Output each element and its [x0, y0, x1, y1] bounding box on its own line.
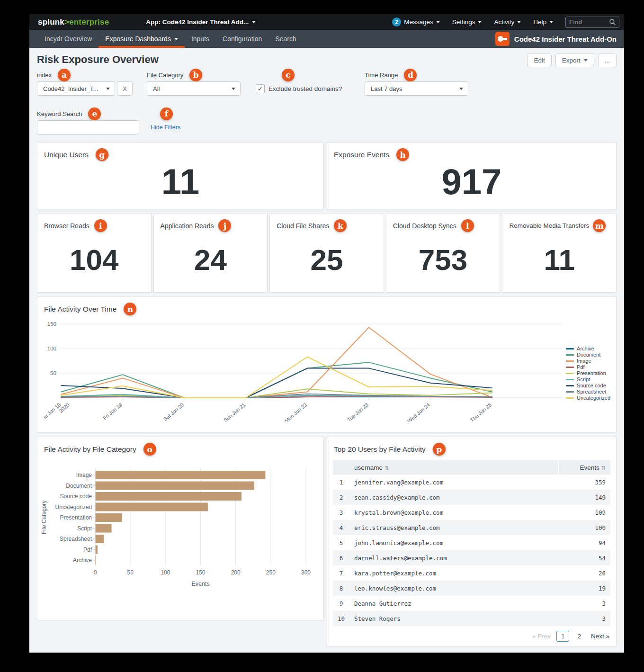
events-cell[interactable]: 26: [558, 565, 610, 581]
legend-item-document[interactable]: Document: [566, 352, 610, 358]
username-column-header[interactable]: username⇅: [349, 460, 558, 475]
filters-bar: indexa Code42_Insider_T... X File Catego…: [37, 68, 617, 134]
rank-cell[interactable]: 1: [333, 475, 349, 490]
username-cell[interactable]: darnell.waters@example.com: [349, 550, 558, 565]
exposure-events-value: 917: [327, 154, 616, 209]
svg-text:Presentation: Presentation: [60, 514, 92, 521]
rank-cell[interactable]: 5: [333, 535, 349, 550]
rank-cell[interactable]: 10: [333, 611, 349, 626]
table-row[interactable]: 4eric.strauss@example.com100: [333, 520, 610, 535]
events-cell[interactable]: 19: [558, 581, 610, 596]
edit-button[interactable]: Edit: [527, 54, 551, 67]
username-cell[interactable]: leo.knowles@example.com: [349, 581, 558, 596]
nav-item-search[interactable]: Search: [268, 30, 303, 48]
find-searchbox[interactable]: [565, 17, 619, 28]
rank-cell[interactable]: 3: [333, 505, 349, 520]
messages-menu[interactable]: 2 Messages: [392, 18, 440, 27]
help-menu[interactable]: Help: [533, 18, 553, 26]
caret-down-icon: [252, 21, 256, 23]
legend-item-presentation[interactable]: Presentation: [566, 370, 610, 376]
pagination-page-1[interactable]: 1: [556, 631, 570, 642]
hide-filters-link[interactable]: Hide Filters: [151, 124, 180, 131]
username-cell[interactable]: john.lamonica@example.com: [349, 535, 558, 550]
legend-item-archive[interactable]: Archive: [566, 346, 610, 351]
legend-item-spreadsheet[interactable]: Spreadsheet: [566, 389, 610, 394]
time-range-dropdown[interactable]: Last 7 days: [365, 81, 468, 96]
events-column-header[interactable]: Events⇅: [558, 460, 610, 475]
events-cell[interactable]: 3: [558, 596, 610, 611]
annotation-marker-c: c: [282, 69, 295, 81]
rank-column-header: [333, 460, 349, 475]
username-cell[interactable]: krystal.brown@example.com: [349, 505, 558, 520]
line-chart-title: File Activity Over Time: [44, 305, 116, 314]
nav-item-configuration[interactable]: Configuration: [216, 30, 268, 48]
rank-cell[interactable]: 6: [333, 550, 349, 565]
events-cell[interactable]: 100: [558, 520, 610, 535]
keyword-search-input[interactable]: [37, 120, 139, 134]
username-cell[interactable]: sean.cassidy@example.com: [349, 490, 558, 505]
svg-text:300: 300: [301, 569, 311, 576]
bar-chart[interactable]: 050100150200250300ImageDocumentSource co…: [37, 456, 323, 609]
events-cell[interactable]: 3: [558, 611, 610, 626]
bar-chart-title: File Activity by File Category: [44, 445, 136, 454]
app-menu-label: App: Code42 Insider Threat Add...: [146, 18, 249, 26]
pagination-next[interactable]: Next »: [591, 633, 609, 640]
rank-cell[interactable]: 7: [333, 565, 349, 581]
more-button[interactable]: ...: [598, 54, 617, 67]
table-row[interactable]: 7kara.potter@example.com26: [333, 565, 610, 581]
username-cell[interactable]: jennifer.vang@example.com: [349, 475, 558, 490]
table-row[interactable]: 2sean.cassidy@example.com149: [333, 490, 610, 505]
pagination-page-2[interactable]: 2: [573, 631, 585, 641]
events-cell[interactable]: 109: [558, 505, 610, 520]
app-menu[interactable]: App: Code42 Insider Threat Add...: [146, 18, 256, 26]
index-clear-button[interactable]: X: [117, 81, 133, 96]
application-reads-value: 24: [154, 227, 268, 292]
activity-menu[interactable]: Activity: [494, 18, 521, 26]
legend-item-script[interactable]: Script: [566, 376, 610, 382]
legend-item-image[interactable]: Image: [566, 358, 610, 364]
find-input[interactable]: [569, 18, 607, 26]
events-cell[interactable]: 94: [558, 535, 610, 550]
table-row[interactable]: 8leo.knowles@example.com19: [333, 581, 610, 596]
exclude-trusted-checkbox[interactable]: ✓: [256, 84, 265, 93]
table-row[interactable]: 1jennifer.vang@example.com359: [333, 475, 610, 490]
keyword-search-label: Keyword Search: [37, 110, 82, 117]
events-cell[interactable]: 359: [558, 475, 610, 490]
events-cell[interactable]: 149: [558, 490, 610, 505]
index-dropdown[interactable]: Code42_Insider_T...: [37, 81, 115, 96]
annotation-marker-a: a: [58, 69, 71, 81]
pagination-prev[interactable]: « Prev: [532, 633, 551, 640]
svg-text:Archive: Archive: [73, 557, 92, 564]
rank-cell[interactable]: 2: [333, 490, 349, 505]
rank-cell[interactable]: 4: [333, 520, 349, 535]
username-cell[interactable]: Steven Rogers: [349, 611, 558, 626]
nav-item-exposure-dashboards[interactable]: Exposure Dashboards: [98, 30, 185, 48]
nav-item-incydr-overview[interactable]: Incydr Overview: [38, 30, 98, 48]
table-row[interactable]: 6darnell.waters@example.com54: [333, 550, 610, 565]
rank-cell[interactable]: 8: [333, 581, 349, 596]
splunk-logo[interactable]: splunk>enterprise: [38, 18, 109, 27]
rank-cell[interactable]: 9: [333, 596, 349, 611]
svg-text:100: 100: [161, 569, 170, 576]
username-cell[interactable]: eric.strauss@example.com: [349, 520, 558, 535]
line-chart[interactable]: 50100150Thu Jun 182020Fri Jun 19Sat Jun …: [37, 315, 616, 423]
index-dropdown-value: Code42_Insider_T...: [43, 85, 98, 92]
legend-item-source-code[interactable]: Source code: [566, 383, 610, 388]
events-cell[interactable]: 54: [558, 550, 610, 565]
table-row[interactable]: 3krystal.brown@example.com109: [333, 505, 610, 520]
username-cell[interactable]: Deanna Gutierrez: [349, 596, 558, 611]
username-cell[interactable]: kara.potter@example.com: [349, 565, 558, 581]
file-category-dropdown[interactable]: All: [147, 81, 241, 96]
legend-item-uncategorized[interactable]: Uncategorized: [566, 395, 610, 401]
legend-item-pdf[interactable]: Pdf: [566, 364, 610, 370]
dashboard-content: Risk Exposure Overview Edit Export ... i…: [29, 48, 624, 653]
table-row[interactable]: 10Steven Rogers3: [333, 611, 610, 626]
settings-menu[interactable]: Settings: [452, 18, 482, 26]
browser-reads-panel: Browser Readsi 104: [37, 213, 152, 293]
help-label: Help: [533, 18, 546, 26]
table-row[interactable]: 5john.lamonica@example.com94: [333, 535, 610, 550]
nav-item-inputs[interactable]: Inputs: [185, 30, 216, 48]
table-row[interactable]: 9Deanna Gutierrez3: [333, 596, 610, 611]
export-button[interactable]: Export: [555, 54, 594, 67]
annotation-marker-n: n: [124, 303, 136, 315]
